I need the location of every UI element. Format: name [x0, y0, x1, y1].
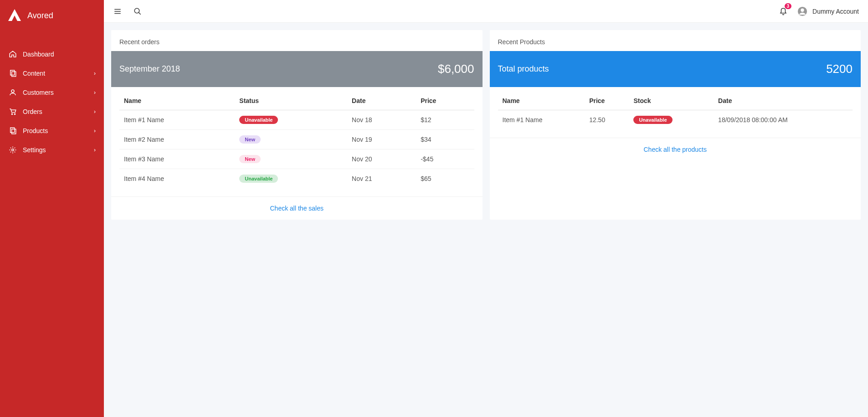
cell-name: Item #1 Name	[119, 110, 235, 130]
notification-badge: 3	[785, 3, 792, 9]
col-status: Status	[235, 92, 347, 110]
sidebar-nav: Dashboard Content › Customers › Orders ›…	[0, 45, 104, 160]
summary-label: September 2018	[119, 64, 180, 74]
nav-label: Dashboard	[23, 51, 96, 58]
sidebar-item-content[interactable]: Content ›	[0, 64, 104, 83]
logo-icon	[7, 8, 22, 23]
cell-price: $34	[416, 130, 474, 149]
svg-point-2	[11, 90, 14, 93]
status-badge: Unavailable	[239, 116, 278, 124]
sidebar: Avored Dashboard Content › Customers › O…	[0, 0, 104, 417]
products-table: Name Price Stock Date Item #1 Name 12.50…	[498, 92, 853, 129]
svg-point-4	[14, 113, 15, 114]
sidebar-item-products[interactable]: Products ›	[0, 121, 104, 140]
col-name: Name	[119, 92, 235, 110]
search-icon[interactable]	[133, 7, 142, 16]
card-title: Recent orders	[111, 30, 483, 51]
brand-text: Avored	[27, 11, 53, 21]
card-title: Recent Products	[490, 30, 861, 51]
svg-point-14	[801, 8, 804, 11]
cell-stock: Unavailable	[629, 110, 714, 130]
account-icon	[797, 6, 808, 17]
brand[interactable]: Avored	[0, 0, 104, 31]
col-price: Price	[416, 92, 474, 110]
sidebar-item-orders[interactable]: Orders ›	[0, 102, 104, 121]
svg-line-12	[139, 12, 141, 15]
cell-price: -$45	[416, 149, 474, 169]
table-row: Item #1 Name Unavailable Nov 18 $12	[119, 110, 474, 130]
topbar: 3 Dummy Account	[104, 0, 868, 23]
cell-price: 12.50	[585, 110, 629, 130]
col-name: Name	[498, 92, 585, 110]
svg-rect-5	[10, 128, 15, 133]
chevron-right-icon: ›	[94, 128, 96, 134]
cell-date: Nov 18	[347, 110, 416, 130]
cell-date: Nov 21	[347, 169, 416, 189]
nav-label: Customers	[23, 89, 94, 96]
svg-point-3	[11, 113, 12, 114]
cell-name: Item #4 Name	[119, 169, 235, 189]
svg-rect-0	[10, 70, 15, 75]
sidebar-item-settings[interactable]: Settings ›	[0, 140, 104, 160]
cell-date: 18/09/2018 08:00:00 AM	[714, 110, 853, 130]
copy-icon	[8, 69, 17, 78]
nav-label: Settings	[23, 146, 94, 154]
cell-date: Nov 20	[347, 149, 416, 169]
user-icon	[8, 88, 17, 97]
nav-label: Orders	[23, 108, 94, 115]
check-products-link[interactable]: Check all the products	[643, 146, 707, 153]
col-price: Price	[585, 92, 629, 110]
status-badge: Unavailable	[633, 116, 672, 124]
cell-status: Unavailable	[235, 169, 347, 189]
chevron-right-icon: ›	[94, 108, 96, 115]
cell-price: $12	[416, 110, 474, 130]
home-icon	[8, 50, 17, 59]
svg-rect-1	[12, 72, 16, 77]
recent-orders-card: Recent orders September 2018 $6,000 Name…	[111, 30, 483, 220]
sidebar-item-customers[interactable]: Customers ›	[0, 83, 104, 102]
cell-name: Item #3 Name	[119, 149, 235, 169]
cell-name: Item #2 Name	[119, 130, 235, 149]
col-stock: Stock	[629, 92, 714, 110]
chevron-right-icon: ›	[94, 70, 96, 77]
orders-summary: September 2018 $6,000	[111, 51, 483, 87]
cell-status: New	[235, 130, 347, 149]
account-name: Dummy Account	[812, 8, 859, 15]
table-row: Item #2 Name New Nov 19 $34	[119, 130, 474, 149]
svg-rect-6	[12, 129, 16, 134]
orders-table: Name Status Date Price Item #1 Name Unav…	[119, 92, 474, 188]
status-badge: New	[239, 135, 261, 144]
gear-icon	[8, 145, 17, 154]
copy-icon	[8, 126, 17, 135]
status-badge: Unavailable	[239, 175, 278, 183]
chevron-right-icon: ›	[94, 147, 96, 153]
summary-value: 5200	[826, 62, 853, 76]
svg-point-7	[12, 149, 14, 151]
cell-price: $65	[416, 169, 474, 189]
products-summary: Total products 5200	[490, 51, 861, 87]
table-row: Item #1 Name 12.50 Unavailable 18/09/201…	[498, 110, 853, 130]
account-menu[interactable]: Dummy Account	[797, 6, 859, 17]
status-badge: New	[239, 155, 261, 163]
nav-label: Content	[23, 70, 94, 77]
menu-toggle[interactable]	[113, 7, 122, 16]
svg-point-11	[134, 8, 139, 13]
cell-name: Item #1 Name	[498, 110, 585, 130]
col-date: Date	[714, 92, 853, 110]
col-date: Date	[347, 92, 416, 110]
chevron-right-icon: ›	[94, 89, 96, 96]
cell-status: Unavailable	[235, 110, 347, 130]
sidebar-item-dashboard[interactable]: Dashboard	[0, 45, 104, 64]
summary-label: Total products	[498, 64, 549, 74]
check-sales-link[interactable]: Check all the sales	[270, 205, 324, 212]
summary-value: $6,000	[438, 62, 474, 76]
cell-date: Nov 19	[347, 130, 416, 149]
notifications-button[interactable]: 3	[779, 7, 788, 16]
table-row: Item #3 Name New Nov 20 -$45	[119, 149, 474, 169]
cell-status: New	[235, 149, 347, 169]
cart-icon	[8, 107, 17, 116]
recent-products-card: Recent Products Total products 5200 Name…	[490, 30, 861, 220]
nav-label: Products	[23, 127, 94, 134]
table-row: Item #4 Name Unavailable Nov 21 $65	[119, 169, 474, 189]
